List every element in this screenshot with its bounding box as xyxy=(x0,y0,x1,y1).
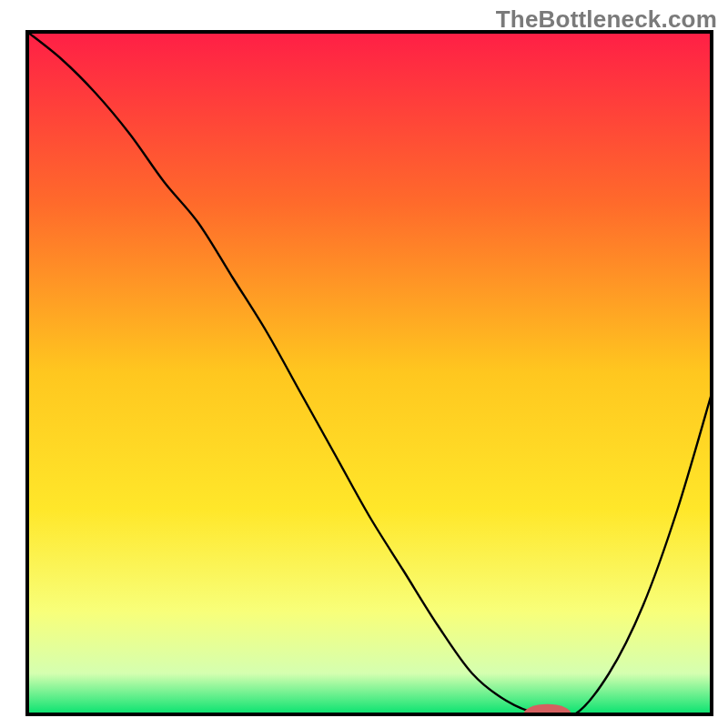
bottleneck-chart xyxy=(0,0,728,728)
chart-container: TheBottleneck.com xyxy=(0,0,728,728)
